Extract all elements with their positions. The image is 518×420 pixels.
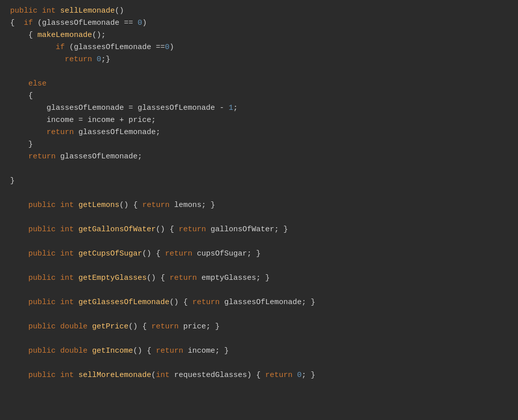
code-line-13: return glassesOfLemonade; [10,151,508,163]
code-line-18 [10,212,508,224]
code-line-9: glassesOfLemonade = glassesOfLemonade - … [10,102,508,114]
code-line-31: public int sellMoreLemonade(int requeste… [10,369,508,382]
code-line-20 [10,236,508,248]
code-line-8: { [10,90,508,102]
code-line-15: } [10,175,508,187]
code-line-28 [10,333,508,345]
code-line-21: public int getCupsOfSugar() { return cup… [10,248,508,260]
code-line-10: income = income + price; [10,114,508,127]
code-line-23: public int getEmptyGlasses() { return em… [10,272,508,284]
code-line-11: return glassesOfLemonade; [10,127,508,139]
code-line-30 [10,357,508,369]
code-line-12: } [10,139,508,151]
code-line-17: public int getLemons() { return lemons; … [10,199,508,212]
code-line-22 [10,260,508,272]
code-line-7: else [10,78,508,90]
code-line-5: return 0;} [10,54,508,66]
code-line-26 [10,309,508,321]
code-line-14 [10,163,508,175]
code-editor: public int sellLemonade() { if (glassesO… [0,0,518,420]
code-line-27: public double getPrice() { return price;… [10,321,508,333]
code-line-29: public double getIncome() { return incom… [10,345,508,357]
code-line-6 [10,66,508,78]
code-line-19: public int getGallonsOfWater() { return … [10,224,508,236]
code-line-16 [10,187,508,199]
code-line-3: { makeLemonade(); [10,29,508,41]
code-line-2: { if (glassesOfLemonade == 0) [10,17,508,29]
code-line-25: public int getGlassesOfLemonade() { retu… [10,297,508,309]
code-line-1: public int sellLemonade() [10,5,508,17]
code-line-4: if (glassesOfLemonade ==0) [10,41,508,54]
code-line-24 [10,284,508,297]
